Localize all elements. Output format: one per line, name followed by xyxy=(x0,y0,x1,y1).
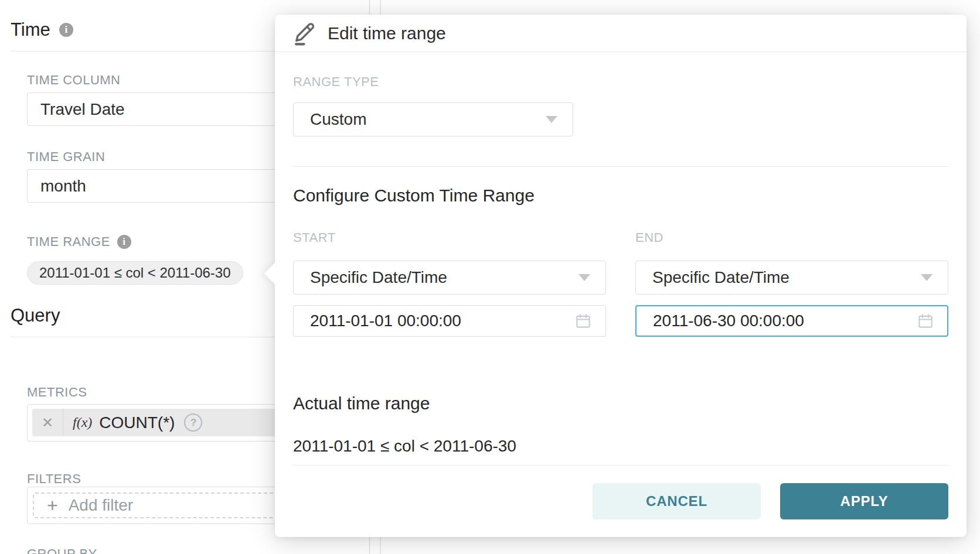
apply-button[interactable]: APPLY xyxy=(780,483,948,519)
metrics-label: METRICS xyxy=(27,385,87,400)
calendar-icon[interactable] xyxy=(574,312,592,330)
popover-divider xyxy=(293,166,948,167)
range-type-label: RANGE TYPE xyxy=(293,74,948,90)
filters-label: FILTERS xyxy=(27,471,81,487)
fx-icon: f(x) xyxy=(73,415,92,430)
start-date-input[interactable] xyxy=(293,305,606,337)
actual-time-range-value: 2011-01-01 ≤ col < 2011-06-30 xyxy=(293,437,948,456)
end-column: END Specific Date/Time xyxy=(635,206,948,337)
popover-body: RANGE TYPE Custom Configure Custom Time … xyxy=(275,74,967,534)
time-section-title: Time xyxy=(11,19,50,40)
popover-header: Edit time range xyxy=(275,15,967,52)
remove-metric-icon[interactable]: ✕ xyxy=(32,415,63,431)
actual-time-range-heading: Actual time range xyxy=(293,394,948,413)
popover-footer: CANCEL APPLY xyxy=(293,483,948,519)
chevron-down-icon xyxy=(921,274,933,281)
chip-separator xyxy=(63,409,63,436)
group-by-label: GROUP BY xyxy=(27,546,97,554)
time-range-pill[interactable]: 2011-01-01 ≤ col < 2011-06-30 xyxy=(27,261,243,285)
time-column-label: TIME COLUMN xyxy=(27,73,121,88)
configure-heading: Configure Custom Time Range xyxy=(293,186,948,206)
end-label: END xyxy=(635,230,948,245)
time-grain-label: TIME GRAIN xyxy=(27,149,105,165)
start-date-field xyxy=(293,305,606,337)
range-type-select[interactable]: Custom xyxy=(293,102,573,136)
end-mode-select[interactable]: Specific Date/Time xyxy=(635,261,948,295)
explore-screen: Time i TIME COLUMN Travel Date TIME GRAI… xyxy=(0,0,980,554)
chevron-down-icon xyxy=(546,116,557,123)
metric-name: COUNT(*) xyxy=(99,413,175,432)
query-section-header: Query xyxy=(11,305,60,326)
end-date-input[interactable] xyxy=(635,305,948,337)
end-date-field xyxy=(635,305,948,337)
time-section-header: Time i xyxy=(11,19,73,40)
calendar-icon[interactable] xyxy=(917,312,934,330)
edit-time-range-popover: Edit time range RANGE TYPE Custom Config… xyxy=(275,15,967,537)
info-icon[interactable]: i xyxy=(59,23,73,37)
edit-pencil-icon xyxy=(292,21,316,46)
popover-title: Edit time range xyxy=(328,23,446,43)
add-filter-placeholder: Add filter xyxy=(69,496,134,515)
popover-divider xyxy=(293,465,948,466)
chevron-down-icon xyxy=(579,274,590,281)
time-range-label: TIME RANGE i xyxy=(27,234,131,249)
start-end-columns: START Specific Date/Time xyxy=(293,206,948,337)
info-icon[interactable]: i xyxy=(117,235,131,249)
plus-icon: + xyxy=(47,496,58,515)
start-mode-select[interactable]: Specific Date/Time xyxy=(293,261,606,295)
question-circle-icon[interactable]: ? xyxy=(184,413,202,432)
cancel-button[interactable]: CANCEL xyxy=(593,483,761,519)
query-section-title: Query xyxy=(11,305,60,326)
start-label: START xyxy=(293,230,606,245)
start-column: START Specific Date/Time xyxy=(293,206,606,337)
